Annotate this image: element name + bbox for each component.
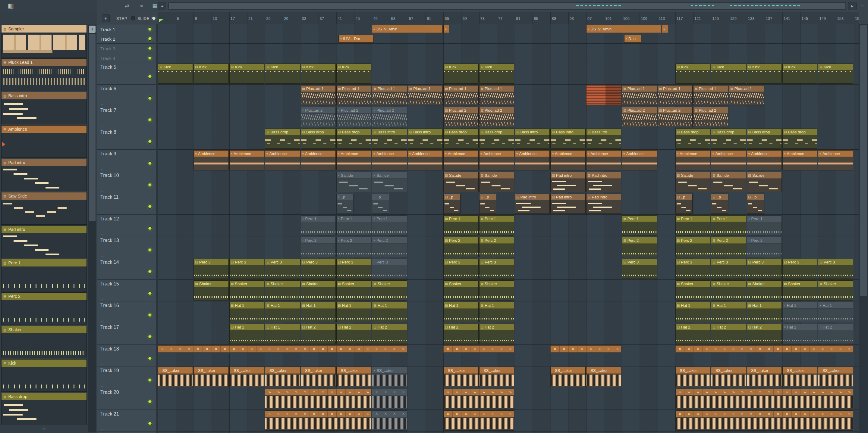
playlist-clip[interactable]: ≈SS_..aker <box>479 367 514 387</box>
playlist-clip[interactable]: ▤Shaker <box>301 280 336 301</box>
track-mute-led[interactable] <box>148 400 152 404</box>
playlist-clip[interactable]: ▤Pad intro <box>515 194 550 214</box>
playlist-clip[interactable]: »»»»»»»»»»»»»»»»»»»» <box>675 389 853 409</box>
playlist-clip[interactable]: ▤Hat 2 <box>711 324 746 344</box>
playlist-clip[interactable]: ▤Shaker <box>479 280 514 301</box>
track-header[interactable]: Track 8… <box>97 128 156 149</box>
playlist-clip[interactable]: ▤Kick <box>336 64 371 84</box>
playlist-clip[interactable]: ▤Hat 1 <box>443 302 478 322</box>
playlist-clip[interactable]: ×Sa..ide <box>336 172 371 192</box>
track-lane[interactable]: ×Sa..ide×Sa..ide▤Sa..ide▤Sa..ide▤Sa..ide… <box>158 171 859 193</box>
track-mute-led[interactable] <box>148 46 152 50</box>
playlist-clip[interactable]: ≈Ambience <box>479 150 514 170</box>
playlist-clip[interactable]: ≈Ambience <box>408 150 443 170</box>
horizontal-scrollbar-thumb[interactable] <box>169 3 845 9</box>
playlist-clip[interactable]: ▤Kick <box>443 64 478 84</box>
playlist-menu-icon[interactable]: ▥ <box>8 2 14 9</box>
track-lane[interactable]: ×Pluc..ad 2×Pluc..ad 2×Pluc..ad 2▤Pluc..… <box>158 106 859 128</box>
playlist-clip[interactable]: ▤Hat 2 <box>675 324 710 344</box>
track-lane[interactable]: ▤Hat 1▤Hat 1▤Hat 2▤Hat 2▤Hat 2▤Hat 2▤Hat… <box>158 323 859 345</box>
playlist-clip[interactable]: ≈SS_..aker <box>193 367 228 387</box>
playlist-clip[interactable]: ×Hat 1 <box>818 302 853 322</box>
playlist-clip[interactable]: ▤Bass drop <box>747 129 782 149</box>
track-mute-led[interactable] <box>148 56 152 60</box>
playlist-clip[interactable]: ×Perc 1 <box>301 215 336 235</box>
playlist-clip[interactable]: ≈Ambience <box>336 150 371 170</box>
playlist-clip[interactable]: ▤Shaker <box>675 280 710 301</box>
playlist-clip[interactable]: ▤Hat 1 <box>372 302 407 322</box>
playlist-clip[interactable]: ▤Hat 1 <box>301 302 336 322</box>
playlist-clip[interactable]: ▤..p <box>479 194 496 214</box>
track-lane[interactable]: ▤Hat 1▤Hat 1▤Hat 1▤Hat 1▤Hat 1▤Hat 1▤Hat… <box>158 301 859 323</box>
track-mute-led[interactable] <box>148 183 152 187</box>
clip-source-item[interactable]: ▤Sampler <box>1 25 87 58</box>
track-header[interactable]: Track 17… <box>97 323 156 345</box>
playlist-clip[interactable]: »»»»»»»»»»»» <box>265 389 371 409</box>
playlist-clip[interactable]: ≈D..n <box>624 35 641 43</box>
playlist-clip[interactable]: »»»»»»»» <box>443 410 514 431</box>
sidebar-scrollbar-grip[interactable]: ‖ <box>89 26 96 33</box>
playlist-clip[interactable]: ≈Ambience <box>622 150 657 170</box>
playlist-clip[interactable]: »»»»»»»»»»»»»»»»»»»»»»»»»»»» <box>158 345 407 353</box>
track-mute-led[interactable] <box>148 422 152 426</box>
track-lane[interactable]: ≈91V.._Dm≈D..n <box>158 34 859 44</box>
pan-tool-icon[interactable]: ⇄ <box>122 3 132 9</box>
playlist-clip[interactable]: ▤Perc 3 <box>229 259 264 279</box>
playlist-clip[interactable]: ≈SS_..aker <box>229 367 264 387</box>
playlist-clip[interactable]: ▤Hat 2 <box>301 324 336 344</box>
playlist-clip[interactable]: ≈SS_..aker <box>586 367 621 387</box>
playlist-clip[interactable]: ×..p <box>372 194 389 214</box>
playlist-clip[interactable]: ▤Perc 3 <box>265 259 300 279</box>
playlist-clip[interactable]: »»»»»»»» <box>443 389 514 409</box>
clip-source-item[interactable]: ▤Pluck Lead 1 <box>1 58 87 91</box>
slide-toggle[interactable] <box>152 16 156 21</box>
playlist-clip[interactable]: ▤Bass drop <box>443 129 478 149</box>
playlist-clip[interactable]: ▤Shaker <box>229 280 264 301</box>
playlist-clip[interactable]: ×Hat 2 <box>782 324 817 344</box>
track-lane[interactable]: ≈SS_..aker≈SS_..aker≈SS_..aker≈SS_..aker… <box>158 366 859 388</box>
playlist-clip[interactable]: ▤Bass drop <box>782 129 817 149</box>
playlist-clip[interactable]: ≈SS_..aker <box>711 367 746 387</box>
playlist-clip[interactable]: ×Pluc..ad 2 <box>336 107 371 127</box>
clip-source-item[interactable]: ▤Pad intro <box>1 159 87 191</box>
track-mute-led[interactable] <box>148 205 152 209</box>
playlist-clip[interactable]: ▤Pluc..ad 1 <box>479 85 514 105</box>
playlist-clip[interactable]: ≈Ambience <box>193 150 228 170</box>
track-mute-led[interactable] <box>148 292 152 295</box>
track-header[interactable]: Track 20… <box>97 388 156 410</box>
track-header[interactable]: Track 16… <box>97 301 156 323</box>
track-header[interactable]: Track 1 <box>97 24 156 34</box>
playlist-clip[interactable]: ×Pluc..ad 2 <box>372 107 407 127</box>
playlist-clip[interactable]: ≈SS_..aker <box>336 367 371 387</box>
playlist-clip[interactable]: ≈Ambience <box>675 150 710 170</box>
playlist-clip[interactable]: ≈SS_..aker <box>550 367 585 387</box>
playlist-clip[interactable]: ▤Hat 2 <box>479 324 514 344</box>
track-header[interactable]: Track 9… <box>97 149 156 171</box>
slide-tool-icon[interactable]: ∞ <box>136 3 147 9</box>
playlist-clip[interactable]: ▤Shaker <box>782 280 817 301</box>
track-lane[interactable] <box>158 53 859 63</box>
playlist-clip[interactable]: ▤Kick <box>229 64 264 84</box>
track-mute-led[interactable] <box>148 140 152 144</box>
playlist-clip[interactable]: ▤Bass drop <box>675 129 710 149</box>
playlist-clip[interactable]: ▤Pluc..ad 1 <box>372 85 407 105</box>
track-lane[interactable]: ▤Perc 3▤Perc 3▤Perc 3▤Perc 3▤Perc 3▤Perc… <box>158 258 859 280</box>
playlist-clip[interactable]: ▤..p <box>443 194 461 214</box>
playlist-clip[interactable]: ▤Perc 3 <box>301 259 336 279</box>
playlist-clip[interactable]: ▤..p <box>675 194 692 214</box>
playlist-clip[interactable]: ×SS_..aker <box>372 367 407 387</box>
playlist-clip[interactable]: ▤Hat 1 <box>229 324 264 344</box>
playlist-clip[interactable]: ≈SS_..aker <box>675 367 710 387</box>
track-mute-led[interactable] <box>148 378 152 382</box>
playlist-clip[interactable]: ▤Kick <box>711 64 746 84</box>
track-header[interactable]: Track 3 <box>97 44 156 53</box>
playlist-clip[interactable]: »»»»»»»» <box>550 345 621 353</box>
playlist-clip[interactable]: ▤Perc 2 <box>711 237 746 257</box>
scroll-right-button[interactable]: ▸ <box>848 2 857 10</box>
track-header[interactable]: Track 11… <box>97 193 156 215</box>
playlist-clip[interactable]: ▤Hat 1 <box>675 302 710 322</box>
track-lane[interactable]: ×..p×..p▤..p▤..p▤..p▤..p▤..p▤Pad intro▤P… <box>158 193 859 215</box>
track-mute-led[interactable] <box>148 75 152 78</box>
vertical-scrollbar-thumb[interactable] <box>860 25 867 296</box>
playlist-clip[interactable]: ▤Perc 3 <box>711 259 746 279</box>
